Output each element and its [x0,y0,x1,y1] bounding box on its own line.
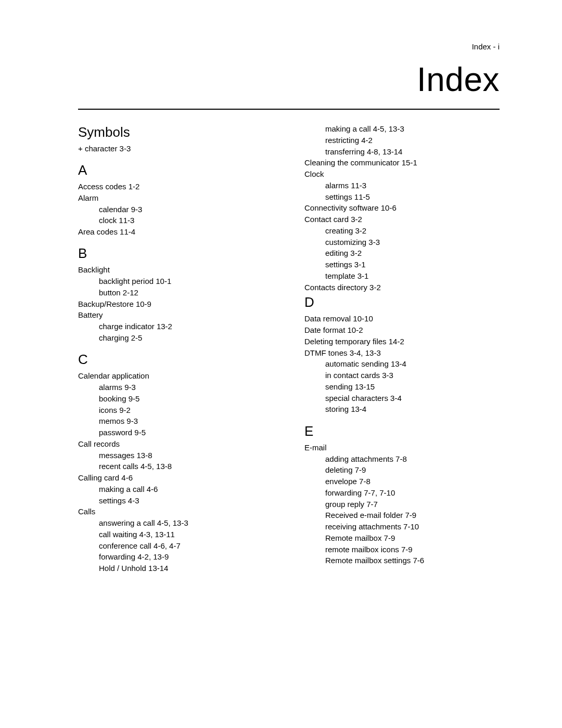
index-subentry: calendar 9-3 [78,204,273,215]
index-subentry: messages 13-8 [78,450,273,461]
index-subentry: answering a call 4-5, 13-3 [78,518,273,528]
index-subentry: receiving attachments 7-10 [304,522,500,532]
index-entry: Calls [78,506,273,517]
section-head: B [78,244,273,263]
index-subentry: envelope 7-8 [304,476,500,487]
index-subentry: restricting 4-2 [304,135,500,146]
page-label: Index - i [78,42,500,52]
section-head: D [304,293,500,311]
index-subentry: forwarding 7-7, 7-10 [304,488,500,498]
index-entry: Deleting temporary files 14-2 [304,336,500,347]
index-subentry: call waiting 4-3, 13-11 [78,529,273,540]
index-subentry: Remote mailbox 7-9 [304,533,500,543]
index-subentry: editing 3-2 [304,248,500,258]
index-subentry: forwarding 4-2, 13-9 [78,552,273,562]
index-subentry: charge indicator 13-2 [78,321,273,332]
index-entry: Date format 10-2 [304,325,500,335]
index-subentry: icons 9-2 [78,405,273,415]
index-subentry: memos 9-3 [78,416,273,426]
index-subentry: alarms 11-3 [304,180,500,191]
index-entry: Data removal 10-10 [304,314,500,324]
index-subentry: alarms 9-3 [78,382,273,393]
index-subentry: group reply 7-7 [304,499,500,510]
index-subentry: Hold / Unhold 13-14 [78,563,273,574]
index-subentry: settings 4-3 [78,496,273,506]
index-entry: DTMF tones 3-4, 13-3 [304,348,500,358]
index-entry: Calendar application [78,371,273,381]
index-subentry: remote mailbox icons 7-9 [304,544,500,555]
index-subentry: storing 13-4 [304,404,500,414]
index-entry: Backup/Restore 10-9 [78,299,273,309]
index-entry: Backlight [78,265,273,275]
page-title: Index [78,57,500,102]
index-subentry: booking 9-5 [78,394,273,404]
index-subentry: automatic sending 13-4 [304,359,500,369]
index-entry: Clock [304,169,500,179]
index-entry: Call records [78,439,273,449]
index-subentry: Remote mailbox settings 7-6 [304,555,500,566]
right-column: making a call 4-5, 13-3restricting 4-2tr… [304,123,500,575]
index-subentry: clock 11-3 [78,215,273,226]
index-subentry: Received e-mail folder 7-9 [304,510,500,521]
index-subentry: making a call 4-6 [78,484,273,495]
index-subentry: customizing 3-3 [304,237,500,248]
index-subentry: template 3-1 [304,271,500,281]
index-entry: Area codes 11-4 [78,227,273,237]
section-head: Symbols [78,123,273,141]
index-subentry: settings 3-1 [304,259,500,270]
index-entry: Contacts directory 3-2 [304,282,500,293]
index-subentry: creating 3-2 [304,226,500,236]
page: Index - i Index Symbols+ character 3-3AA… [0,0,562,728]
index-subentry: making a call 4-5, 13-3 [304,124,500,134]
index-entry: + character 3-3 [78,144,273,154]
section-head: E [304,422,500,440]
index-subentry: backlight period 10-1 [78,276,273,287]
index-entry: Cleaning the communicator 15-1 [304,158,500,168]
index-subentry: deleting 7-9 [304,465,500,475]
index-subentry: conference call 4-6, 4-7 [78,541,273,551]
index-subentry: transferring 4-8, 13-14 [304,147,500,157]
index-entry: Alarm [78,193,273,203]
index-subentry: special characters 3-4 [304,393,500,404]
index-entry: Calling card 4-6 [78,473,273,483]
index-entry: E-mail [304,443,500,453]
index-entry: Battery [78,310,273,320]
title-rule [78,109,500,110]
index-subentry: sending 13-15 [304,382,500,392]
index-subentry: adding attachments 7-8 [304,454,500,464]
index-subentry: settings 11-5 [304,192,500,202]
index-entry: Access codes 1-2 [78,181,273,192]
index-subentry: password 9-5 [78,427,273,438]
index-entry: Contact card 3-2 [304,214,500,225]
index-subentry: in contact cards 3-3 [304,370,500,381]
index-subentry: button 2-12 [78,288,273,298]
index-subentry: charging 2-5 [78,333,273,343]
left-column: Symbols+ character 3-3AAccess codes 1-2A… [78,123,273,575]
index-entry: Connectivity software 10-6 [304,203,500,213]
section-head: A [78,161,273,179]
section-head: C [78,350,273,369]
index-columns: Symbols+ character 3-3AAccess codes 1-2A… [78,123,500,575]
index-subentry: recent calls 4-5, 13-8 [78,461,273,472]
